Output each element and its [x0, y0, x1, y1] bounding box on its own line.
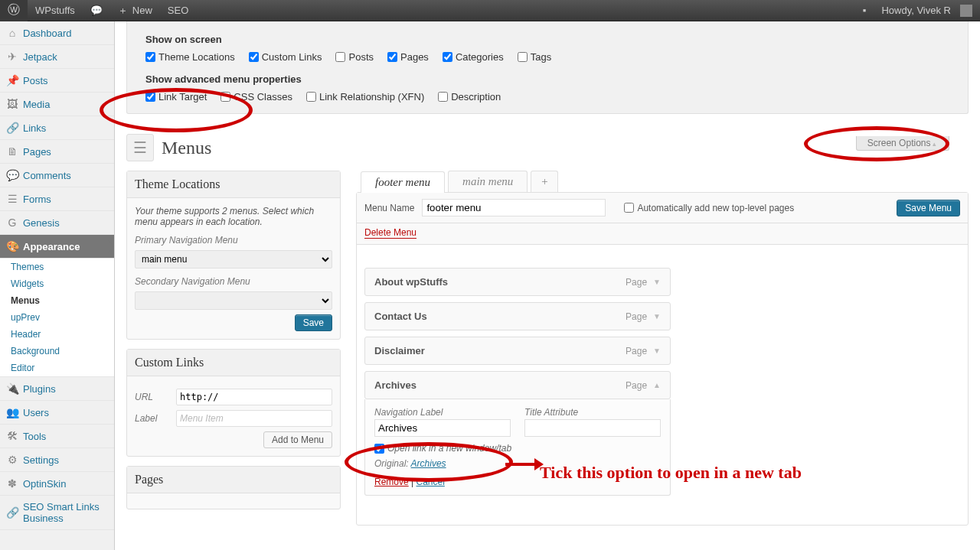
submenu-item-widgets[interactable]: Widgets	[0, 275, 114, 292]
wordpress-icon: ⓦ	[8, 2, 20, 18]
screen-opt-pages[interactable]: Pages	[387, 51, 429, 63]
new-content[interactable]: ＋New	[110, 0, 160, 21]
sidebar-item-settings[interactable]: ⚙Settings	[0, 448, 114, 472]
menu-item-bar[interactable]: DisclaimerPage▼	[364, 337, 671, 365]
menu-item-title: Disclaimer	[374, 345, 425, 356]
sidebar-item-genesis[interactable]: GGenesis	[0, 211, 114, 235]
tab-footer-menu[interactable]: footer menu	[361, 171, 445, 193]
sidebar-item-dashboard[interactable]: ⌂Dashboard	[0, 21, 114, 45]
sidebar-item-users[interactable]: 👥Users	[0, 401, 114, 425]
screen-opt-link-relationship-xfn-[interactable]: Link Relationship (XFN)	[306, 91, 424, 103]
adv-props-heading: Show advanced menu properties	[145, 73, 949, 85]
screen-opt-checkbox[interactable]	[145, 52, 155, 62]
screen-opt-checkbox[interactable]	[443, 52, 452, 62]
screen-opt-tags[interactable]: Tags	[518, 51, 551, 63]
save-menu-button[interactable]: Save Menu	[897, 200, 960, 216]
sidebar-item-plugins[interactable]: 🔌Plugins	[0, 377, 114, 401]
screen-opt-checkbox[interactable]	[438, 92, 448, 102]
nav-label-input[interactable]	[374, 419, 511, 437]
chevron-up-icon: ▲	[653, 381, 661, 389]
settings-icon: ⚙	[6, 454, 18, 466]
screen-opt-theme-locations[interactable]: Theme Locations	[145, 51, 235, 63]
site-name[interactable]: WPstuffs	[28, 0, 83, 21]
custom-link-label-input[interactable]	[176, 410, 332, 427]
sidebar-item-appearance[interactable]: 🎨Appearance	[0, 235, 114, 259]
menu-name-label: Menu Name	[364, 203, 414, 213]
original-row: Original: Archives	[374, 458, 661, 469]
tab-add-menu[interactable]: +	[531, 171, 558, 192]
sidebar-item-label: Jetpack	[23, 51, 57, 63]
screen-opt-css-classes[interactable]: CSS Classes	[220, 91, 292, 103]
screen-opt-description[interactable]: Description	[438, 91, 501, 103]
forms-icon: ☰	[6, 193, 18, 205]
sidebar-item-label: Comments	[23, 170, 71, 181]
sidebar-item-posts[interactable]: 📌Posts	[0, 69, 114, 93]
links-icon: 🔗	[6, 122, 18, 134]
flag-icon: ▪	[863, 5, 867, 16]
open-new-tab-row[interactable]: Open link in a new window/tab	[374, 443, 661, 454]
screen-opt-custom-links[interactable]: Custom Links	[249, 51, 322, 63]
menu-item-type: Page▼	[626, 346, 661, 356]
delete-menu-link[interactable]: Delete Menu	[364, 227, 416, 239]
screen-opt-checkbox[interactable]	[518, 52, 528, 62]
menu-name-input[interactable]	[422, 199, 606, 216]
screen-options-toggle[interactable]: Screen Options	[856, 136, 949, 151]
my-account[interactable]: Howdy, Vivek R	[874, 0, 980, 21]
wp-logo[interactable]: ⓦ	[0, 0, 28, 21]
menu-item-type: Page▲	[626, 380, 661, 391]
add-to-menu-button[interactable]: Add to Menu	[263, 431, 332, 448]
screen-opt-link-target[interactable]: Link Target	[145, 91, 207, 103]
menu-item-bar[interactable]: Contact UsPage▼	[364, 302, 671, 330]
secondary-nav-select[interactable]	[135, 291, 332, 310]
menu-item-bar[interactable]: ArchivesPage▲	[364, 371, 671, 399]
auto-add-pages[interactable]: Automatically add new top-level pages	[624, 203, 794, 213]
cancel-item-link[interactable]: Cancel	[416, 477, 445, 487]
screen-opt-checkbox[interactable]	[249, 52, 259, 62]
remove-item-link[interactable]: Remove	[374, 477, 409, 487]
sidebar-item-optinskin[interactable]: ✽OptinSkin	[0, 472, 114, 496]
sidebar-item-seo-smart-links-business[interactable]: 🔗SEO Smart Links Business	[0, 496, 114, 530]
screen-opt-checkbox[interactable]	[306, 92, 316, 102]
sidebar-item-tools[interactable]: 🛠Tools	[0, 425, 114, 448]
screen-opt-posts[interactable]: Posts	[335, 51, 374, 63]
optinskin-icon: ✽	[6, 477, 18, 490]
submenu-item-themes[interactable]: Themes	[0, 259, 114, 275]
pages-icon: 🗎	[6, 145, 18, 158]
title-attr-input[interactable]	[524, 419, 661, 437]
chevron-down-icon: ▼	[653, 278, 661, 286]
primary-nav-select[interactable]: main menu	[135, 250, 332, 268]
screen-options-toggle-wrap: Screen Options	[856, 136, 949, 151]
seo-menu[interactable]: SEO	[160, 0, 196, 21]
screen-opt-checkbox[interactable]	[145, 92, 155, 102]
chevron-down-icon: ▼	[653, 347, 661, 355]
sidebar-item-pages[interactable]: 🗎Pages	[0, 140, 114, 164]
submenu-item-editor[interactable]: Editor	[0, 360, 114, 376]
screen-opt-checkbox[interactable]	[220, 92, 230, 102]
sidebar-item-media[interactable]: 🖼Media	[0, 93, 114, 116]
comments-bubble[interactable]: 💬	[83, 0, 110, 21]
menu-edit-panel: Menu Name Automatically add new top-leve…	[356, 192, 969, 526]
sidebar-item-forms[interactable]: ☰Forms	[0, 187, 114, 211]
theme-locations-title: Theme Locations	[127, 171, 340, 198]
sidebar-item-jetpack[interactable]: ✈Jetpack	[0, 45, 114, 69]
custom-links-title: Custom Links	[127, 350, 340, 376]
notifications[interactable]: ▪	[855, 0, 874, 21]
sidebar-item-comments[interactable]: 💬Comments	[0, 164, 114, 187]
menu-item-bar[interactable]: About wpStuffsPage▼	[364, 268, 671, 296]
save-theme-locations-button[interactable]: Save	[295, 314, 332, 331]
original-link[interactable]: Archives	[411, 458, 446, 469]
custom-link-url-input[interactable]	[176, 389, 332, 405]
submenu-item-header[interactable]: Header	[0, 326, 114, 343]
theme-locations-hint: Your theme supports 2 menus. Select whic…	[135, 206, 332, 227]
submenu-item-menus[interactable]: Menus	[0, 292, 114, 309]
screen-opt-categories[interactable]: Categories	[443, 51, 504, 63]
sidebar-item-links[interactable]: 🔗Links	[0, 116, 114, 140]
open-new-tab-checkbox[interactable]	[374, 444, 384, 454]
screen-opt-checkbox[interactable]	[387, 52, 397, 62]
screen-opt-checkbox[interactable]	[335, 52, 345, 62]
tab-main-menu[interactable]: main menu	[448, 171, 528, 192]
menu-item-type: Page▼	[626, 311, 661, 322]
submenu-item-background[interactable]: Background	[0, 343, 114, 360]
auto-add-checkbox[interactable]	[624, 203, 634, 213]
submenu-item-upprev[interactable]: upPrev	[0, 309, 114, 326]
